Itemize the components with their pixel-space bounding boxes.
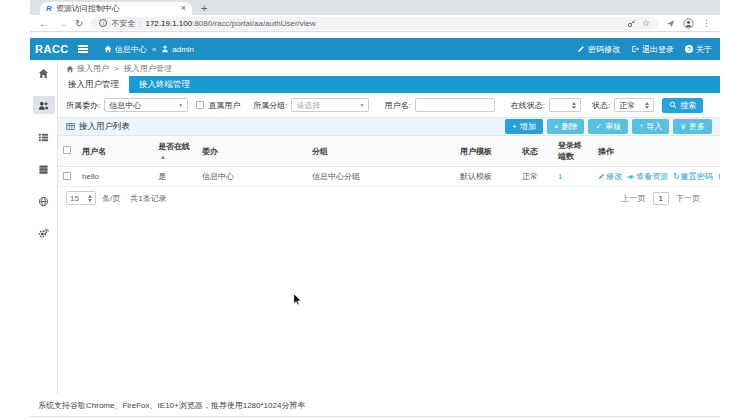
table-icon [66,122,75,131]
page-size-value: 15 [70,194,85,203]
view-resources-link[interactable]: 查看资源 [627,171,668,182]
reload-icon[interactable]: ↻ [75,18,83,29]
select-all-checkbox[interactable] [63,146,71,154]
status-label: 状态: [592,100,610,111]
sidebar-item-home[interactable] [33,64,55,82]
logout-button[interactable]: 退出登录 [631,44,674,55]
online-status-select[interactable] [549,98,581,112]
import-button[interactable]: ↑导入 [632,119,669,134]
change-password-button[interactable]: 密码修改 [577,44,620,55]
breadcrumb-parent[interactable]: 接入用户 [77,63,109,74]
browser-tabstrip: R 资源访问控制中心 × + [30,0,720,15]
breadcrumb: 接入用户 > 接入用户管理 [58,62,720,75]
pencil-icon [577,45,585,53]
committee-select[interactable]: 信息中心 ▼ [104,98,188,112]
per-page-label: 条/页 [102,193,120,204]
question-icon: ? [685,45,693,53]
profile-icon[interactable] [683,18,694,29]
upload-icon: ↑ [639,123,643,131]
audit-button[interactable]: ✓审核 [588,119,628,134]
new-tab-button[interactable]: + [201,2,207,15]
tab-title: 资源访问控制中心 [56,3,120,14]
column-header: 委办 [196,136,306,167]
column-header: 用户模板 [454,136,516,167]
row-checkbox[interactable] [63,172,71,180]
direct-user-label[interactable]: 直属用户 [208,100,240,111]
globe-icon [38,196,49,207]
browser-menu-icon[interactable]: ⋮ [702,18,711,28]
refresh-icon: ↻ [673,172,680,181]
breadcrumb-current: 接入用户管理 [124,63,172,74]
url-host: 172.19.1.100 [145,19,192,28]
stepper-icon [645,102,649,109]
current-page-button[interactable]: 1 [653,192,669,205]
more-label: 更多 [689,121,705,132]
add-button[interactable]: +增加 [505,119,543,134]
logout-icon [631,45,639,53]
bookmark-star-icon[interactable]: ☆ [642,18,650,28]
current-user[interactable]: admin [161,45,194,54]
sidebar-item-servers[interactable] [33,160,55,178]
menu-toggle-icon[interactable] [78,45,88,53]
mouse-cursor [293,293,303,307]
home-icon [66,65,74,73]
search-label: 搜索 [680,100,696,111]
reset-password-link[interactable]: ↻ 重置密码 [673,171,713,182]
status-select[interactable]: 正常 [614,98,654,112]
sidebar-item-users[interactable] [33,96,55,114]
back-icon[interactable]: ← [39,18,49,29]
forward-icon[interactable]: → [57,18,67,29]
username-input[interactable] [415,98,495,112]
terminal-count-link[interactable]: 1 [558,172,562,181]
filter-bar: 所属委办: 信息中心 ▼ 直属用户 所属分组: 请选择 ▼ 用户名: 在线状态: [58,93,720,117]
extension-icon[interactable] [666,19,675,28]
cell-online: 是 [152,167,196,187]
column-header: 操作 [592,136,720,167]
sidebar-item-list[interactable] [33,128,55,146]
more-button[interactable]: ∨更多 [673,119,712,134]
delete-label: 删除 [561,121,577,132]
edit-link[interactable]: 修改 [598,171,622,182]
total-records-label: 共1条记录 [130,193,166,204]
page-size-select[interactable]: 15 [66,191,96,205]
offline-link[interactable]: 下线 [718,171,720,182]
user-icon [161,45,169,53]
about-label: 关于 [696,44,712,55]
row-actions: 修改 查看资源 ↻ 重置密码 [598,171,714,182]
delete-button[interactable]: ×删除 [547,119,585,134]
content-area: 接入用户 > 接入用户管理 接入用户管理 接入终端管理 所属委办: 信息中心 ▼ [58,60,720,394]
url-divider: | [139,19,141,28]
browser-tab[interactable]: R 资源访问控制中心 × [40,2,192,15]
x-icon: × [554,123,559,131]
chevron-down-icon: ▼ [360,102,365,108]
column-header: 状态 [516,136,552,167]
next-page-button[interactable]: 下一页 [676,193,700,204]
address-bar[interactable]: i 不安全 | 172.19.1.100:8080/racc/portal/aa… [91,17,658,30]
user-table: 用户名 是否在线▲ 委办 分组 用户模板 状态 登录终端数 操作 [58,136,720,187]
plus-icon: + [512,123,517,131]
pencil-icon [598,173,605,180]
group-placeholder: 请选择 [296,100,356,111]
prev-page-button[interactable]: 上一页 [622,193,646,204]
key-icon[interactable] [627,19,636,28]
about-button[interactable]: ? 关于 [685,44,712,55]
tab-access-user[interactable]: 接入用户管理 [58,76,129,93]
panel-title: 接入用户列表 [79,121,130,133]
home-icon [104,45,112,53]
org-breadcrumb[interactable]: 信息中心 [104,44,147,55]
column-header: 用户名 [76,136,152,167]
search-button[interactable]: 搜索 [662,98,703,113]
main-area: 接入用户 > 接入用户管理 接入用户管理 接入终端管理 所属委办: 信息中心 ▼ [30,60,720,394]
chevron-down-icon: ∨ [680,123,686,131]
sidebar-item-settings[interactable] [33,224,55,242]
module-tabbar: 接入用户管理 接入终端管理 [58,76,720,93]
sidebar-item-network[interactable] [33,192,55,210]
column-header-sortable[interactable]: 是否在线▲ [152,136,196,167]
group-select[interactable]: 请选择 ▼ [291,98,369,112]
tab-close-icon[interactable]: × [181,4,186,13]
security-label: 不安全 [111,18,135,29]
tab-access-terminal[interactable]: 接入终端管理 [129,76,200,93]
direct-user-checkbox[interactable] [196,101,204,109]
audit-label: 审核 [605,121,621,132]
not-secure-icon[interactable]: i [99,19,107,27]
